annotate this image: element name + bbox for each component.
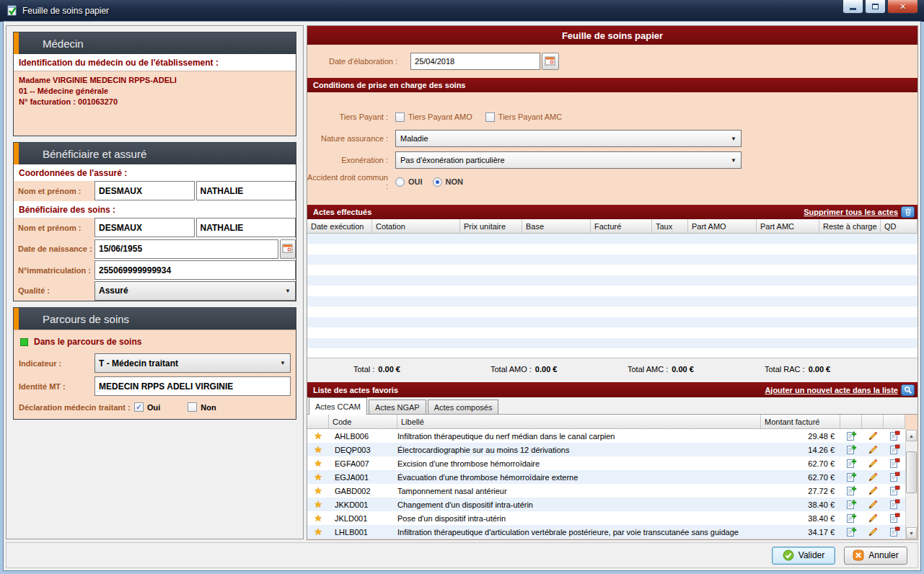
identite-mt-field[interactable] [94, 376, 291, 396]
add-acte-button[interactable] [840, 443, 862, 456]
favorite-star-icon[interactable]: ★ [307, 513, 329, 524]
actes-column-header[interactable]: Prix unitaire [460, 219, 522, 233]
code-column-header[interactable]: Code [329, 415, 397, 428]
favorite-star-icon[interactable]: ★ [307, 485, 329, 496]
favorite-star-icon[interactable]: ★ [307, 444, 329, 455]
actes-column-header[interactable]: Cotation [372, 219, 460, 233]
acte-code: EGFA007 [329, 459, 397, 468]
actes-column-header[interactable]: Reste à charge [819, 219, 881, 233]
edit-acte-button[interactable] [862, 525, 884, 539]
edit-acte-button[interactable] [862, 443, 884, 456]
date-elaboration-field[interactable] [410, 53, 540, 70]
scrollbar-thumb[interactable] [906, 451, 917, 493]
fav-acte-row[interactable]: ★ EGJA001 Évacuation d'une thrombose hém… [307, 470, 905, 484]
tab-actes-composes[interactable]: Actes composés [428, 399, 499, 414]
favoris-tabs: Actes CCAM Actes NGAP Actes composés [307, 397, 918, 415]
remove-acte-button[interactable] [884, 429, 905, 443]
scroll-up-arrow[interactable]: ▲ [906, 430, 917, 441]
indicateur-select[interactable]: T - Médecin traitant ▼ [94, 353, 291, 373]
maximize-button[interactable] [865, 0, 886, 14]
actes-column-header[interactable]: Part AMO [688, 219, 757, 233]
immatriculation-field[interactable] [94, 260, 296, 280]
add-new-acte-link[interactable]: Ajouter un nouvel acte dans la liste [765, 386, 898, 394]
fav-acte-row[interactable]: ★ GABD002 Tamponnement nasal antérieur 2… [307, 484, 905, 498]
remove-acte-button[interactable] [884, 470, 905, 484]
fav-acte-row[interactable]: ★ DEQP003 Électrocardiographie sur au mo… [307, 443, 905, 456]
acte-code: GABD002 [329, 487, 397, 495]
tiers-amc-checkbox[interactable] [485, 112, 495, 122]
qualite-select[interactable]: Assuré ▼ [94, 281, 296, 301]
edit-acte-button[interactable] [862, 470, 884, 484]
declaration-non-checkbox[interactable] [188, 402, 197, 412]
favorite-star-icon[interactable]: ★ [307, 472, 329, 482]
annuler-button[interactable]: Annuler [844, 547, 907, 565]
add-acte-button[interactable] [840, 525, 862, 539]
libelle-column-header[interactable]: Libellé [397, 415, 761, 428]
scrollbar-track[interactable] [906, 441, 917, 527]
remove-acte-button[interactable] [884, 456, 905, 470]
add-acte-button[interactable] [840, 456, 862, 470]
actes-column-header[interactable]: Taux [652, 219, 688, 233]
minimize-button[interactable] [842, 0, 863, 14]
actes-column-header[interactable]: QD [881, 219, 918, 233]
date-naissance-calendar-button[interactable] [280, 239, 296, 259]
assure-nom-field[interactable] [94, 181, 195, 200]
date-elaboration-calendar-button[interactable] [542, 53, 559, 70]
benef-nom-field[interactable] [94, 218, 195, 237]
edit-acte-button[interactable] [862, 498, 884, 511]
delete-all-actes-link[interactable]: Supprimer tous les actes [804, 208, 898, 216]
edit-acte-button[interactable] [862, 456, 884, 470]
acte-code: AHLB006 [329, 432, 397, 441]
search-acte-button[interactable] [901, 384, 915, 396]
actes-column-header[interactable]: Part AMC [757, 219, 819, 233]
tiers-amo-checkbox[interactable] [395, 112, 405, 122]
favorite-star-icon[interactable]: ★ [307, 430, 329, 441]
document-remove-icon [889, 513, 900, 524]
fav-acte-row[interactable]: ★ JKLD001 Pose d'un dispositif intra-uté… [307, 511, 905, 525]
fav-acte-row[interactable]: ★ AHLB006 Infiltration thérapeutique du … [307, 429, 905, 443]
actes-column-header[interactable]: Facturé [591, 219, 652, 233]
actes-column-header[interactable]: Base [522, 219, 591, 233]
favorite-star-icon[interactable]: ★ [307, 499, 329, 510]
assure-prenom-field[interactable] [196, 181, 296, 200]
remove-acte-button[interactable] [884, 498, 905, 511]
tab-actes-ngap[interactable]: Actes NGAP [369, 399, 426, 414]
date-naissance-field[interactable] [94, 239, 278, 259]
client-area: Médecin Identification du médecin ou de … [4, 22, 920, 570]
acte-montant: 62.70 € [761, 473, 840, 482]
nature-assurance-select[interactable]: Maladie ▼ [395, 130, 742, 147]
add-acte-button[interactable] [840, 484, 862, 498]
actes-table-body[interactable] [307, 234, 918, 358]
remove-acte-button[interactable] [884, 484, 905, 498]
fav-acte-row[interactable]: ★ EGFA007 Excision d'une thrombose hémor… [307, 456, 905, 470]
star-column-header[interactable] [307, 415, 329, 428]
fav-acte-row[interactable]: ★ LHLB001 Infiltration thérapeutique d'a… [307, 525, 905, 539]
close-button[interactable]: ✕ [887, 0, 918, 14]
declaration-oui-checkbox[interactable]: ✓ [134, 402, 144, 412]
add-acte-button[interactable] [840, 511, 862, 525]
tab-actes-ccam[interactable]: Actes CCAM [309, 397, 367, 415]
accident-non-radio[interactable] [433, 177, 442, 187]
actes-column-header[interactable]: Date exécution [307, 219, 372, 233]
favorite-star-icon[interactable]: ★ [307, 526, 329, 537]
favoris-scrollbar[interactable]: ▲ ▼ [905, 430, 917, 539]
exoneration-select[interactable]: Pas d'éxonération particulière ▼ [395, 151, 742, 169]
accident-oui-radio[interactable] [395, 177, 405, 187]
favorite-star-icon[interactable]: ★ [307, 458, 329, 469]
acte-montant: 34.17 € [761, 528, 840, 537]
remove-acte-button[interactable] [884, 525, 905, 539]
valider-button[interactable]: Valider [772, 547, 835, 565]
remove-acte-button[interactable] [884, 443, 905, 456]
delete-all-actes-button[interactable] [901, 206, 915, 218]
add-acte-button[interactable] [840, 470, 862, 484]
add-acte-button[interactable] [840, 429, 862, 443]
montant-column-header[interactable]: Montant facturé [761, 415, 840, 428]
benef-prenom-field[interactable] [196, 218, 296, 237]
scroll-down-arrow[interactable]: ▼ [906, 527, 917, 539]
remove-acte-button[interactable] [884, 511, 905, 525]
edit-acte-button[interactable] [862, 429, 884, 443]
fav-acte-row[interactable]: ★ JKKD001 Changement d'un dispositif int… [307, 498, 905, 511]
add-acte-button[interactable] [840, 498, 862, 511]
edit-acte-button[interactable] [862, 511, 884, 525]
edit-acte-button[interactable] [862, 484, 884, 498]
